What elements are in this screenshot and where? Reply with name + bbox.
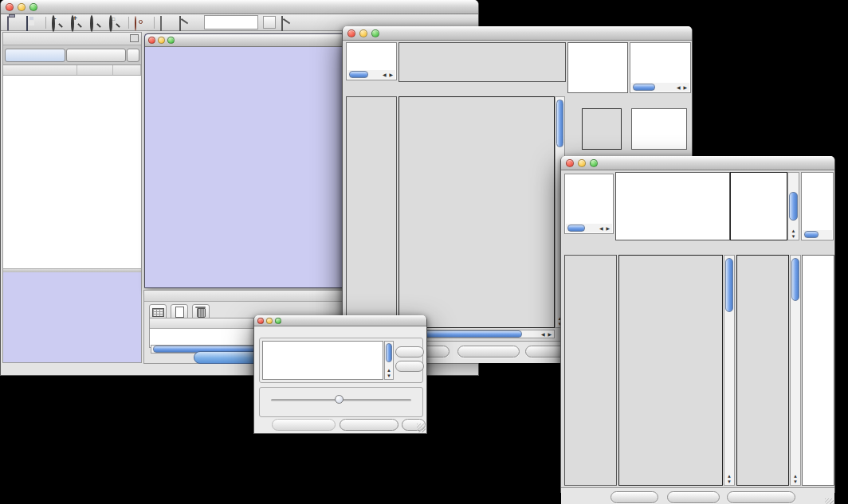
zoom-in-icon: + <box>71 15 74 32</box>
panel-splitter[interactable] <box>3 269 141 272</box>
usage-hints-hscrollbar[interactable]: ◀ ▶ <box>631 83 689 92</box>
search-input[interactable] <box>204 15 258 29</box>
minimize-button[interactable] <box>158 37 165 44</box>
zoom-button[interactable] <box>167 37 175 44</box>
tab-overflow-button[interactable] <box>127 49 139 62</box>
export-graphics-button[interactable] <box>457 346 520 357</box>
treeview2-buttonbar <box>561 487 834 504</box>
column-labels-vscrollbar[interactable]: ▲▼ <box>787 172 799 240</box>
gene-dendrogram[interactable] <box>564 255 617 486</box>
attribute-list-vscrollbar[interactable]: ▲▼ <box>384 341 394 380</box>
column-tree-panel[interactable] <box>615 172 730 240</box>
gene-list-vscrollbar[interactable]: ▲▼ <box>790 255 801 486</box>
float-panel-icon[interactable] <box>130 34 139 42</box>
animation-speed-group <box>259 387 423 417</box>
network-view-titlebar[interactable] <box>145 34 344 47</box>
toolbar-divider <box>128 17 129 29</box>
treeview2-titlebar[interactable] <box>561 156 834 170</box>
view-status-panel: ◀ ▶ <box>564 174 614 234</box>
zoom-out-button[interactable]: - <box>52 17 65 29</box>
zoom-column-labels <box>730 172 787 240</box>
minimize-button[interactable] <box>18 3 26 11</box>
main-titlebar[interactable] <box>1 0 478 14</box>
vizmapper-button[interactable] <box>160 17 174 29</box>
close-button[interactable] <box>566 159 574 167</box>
treeview2-window: ◀ ▶ ▲▼ ▲▼ ▲▼ <box>560 156 835 493</box>
view-status-text <box>347 45 396 46</box>
network-view-window <box>144 33 345 288</box>
dialog-titlebar[interactable] <box>254 315 426 326</box>
animate-vizmap-button[interactable] <box>272 419 336 431</box>
save-data-button[interactable] <box>667 491 720 503</box>
heatmap-vscrollbar[interactable]: ▲▼ <box>724 255 735 486</box>
window-controls <box>257 318 281 324</box>
tab-network[interactable] <box>5 49 65 62</box>
zoom-button[interactable] <box>590 159 598 167</box>
slider-thumb[interactable] <box>335 395 344 404</box>
zoom-button[interactable] <box>371 29 379 37</box>
window-controls <box>566 159 598 167</box>
heatmap-global-view[interactable] <box>618 255 723 486</box>
window-controls <box>148 37 175 44</box>
map-colors-dialog: ▲▼ <box>253 315 427 434</box>
desktop: - + □ <box>0 0 848 504</box>
create-vizmap-button[interactable] <box>340 419 398 431</box>
export-graphics-button[interactable] <box>727 491 795 503</box>
zoom-selected-button[interactable] <box>90 17 104 29</box>
treeview2-body: ◀ ▶ ▲▼ ▲▼ ▲▼ <box>561 170 834 492</box>
network-canvas[interactable] <box>145 47 344 287</box>
control-panel <box>2 32 142 363</box>
minimize-button[interactable] <box>359 29 367 37</box>
gene-dendrogram[interactable] <box>346 96 397 328</box>
minimize-button[interactable] <box>266 318 273 324</box>
zoom-button[interactable] <box>275 318 281 324</box>
search-dropdown-button[interactable] <box>263 16 276 29</box>
control-panel-tabbar <box>3 45 141 65</box>
zoom-out-icon: - <box>52 15 55 32</box>
move-up-button[interactable] <box>395 346 424 357</box>
toolbar-divider <box>154 17 155 29</box>
control-panel-header <box>3 33 141 45</box>
resize-grip[interactable] <box>825 498 834 504</box>
usage-hints-panel: ◀ ▶ <box>630 42 691 93</box>
help-button[interactable] <box>135 17 148 29</box>
heatmap-global-view[interactable] <box>398 96 555 328</box>
save-session-button[interactable] <box>26 17 40 29</box>
filter-button[interactable] <box>281 17 295 29</box>
zoom-fit-button[interactable]: □ <box>109 17 123 29</box>
view-status-text <box>565 176 613 178</box>
tab-vizmapper[interactable] <box>66 49 127 62</box>
close-button[interactable] <box>6 3 14 11</box>
zoom-gene-list <box>631 108 687 150</box>
heatmap-zoom-view[interactable] <box>736 255 789 486</box>
birdseye-view[interactable] <box>3 272 141 362</box>
usage-hints-text <box>802 174 833 176</box>
view-status-panel: ◀ ▶ <box>346 42 397 80</box>
usage-hints-hscrollbar[interactable] <box>803 230 832 239</box>
settings-button[interactable] <box>610 491 658 503</box>
open-folder-icon <box>7 16 9 31</box>
view-status-hscrollbar[interactable]: ◀ ▶ <box>566 224 612 232</box>
network-table-header <box>3 65 141 76</box>
close-button[interactable] <box>148 37 155 44</box>
zoom-in-button[interactable]: + <box>71 17 84 29</box>
open-session-button[interactable] <box>7 17 21 29</box>
resize-grip[interactable] <box>417 424 426 432</box>
move-down-button[interactable] <box>395 361 424 372</box>
view-status-hscrollbar[interactable]: ◀ ▶ <box>347 70 395 79</box>
treeview1-titlebar[interactable] <box>343 26 692 41</box>
color-grid-icon <box>160 16 162 31</box>
attribute-list-group: ▲▼ <box>259 338 423 383</box>
close-button[interactable] <box>347 29 355 37</box>
zoom-button[interactable] <box>29 3 37 11</box>
annotation-icon <box>179 16 181 31</box>
col-nodes[interactable] <box>77 65 113 75</box>
minimize-button[interactable] <box>578 159 586 167</box>
toolbar-divider <box>45 17 46 29</box>
annotation-button[interactable] <box>179 17 193 29</box>
col-edges[interactable] <box>113 65 141 75</box>
heatmap-zoom-view[interactable] <box>582 108 622 150</box>
col-network[interactable] <box>3 65 77 75</box>
close-button[interactable] <box>257 318 264 324</box>
column-dendrogram[interactable] <box>398 42 566 82</box>
